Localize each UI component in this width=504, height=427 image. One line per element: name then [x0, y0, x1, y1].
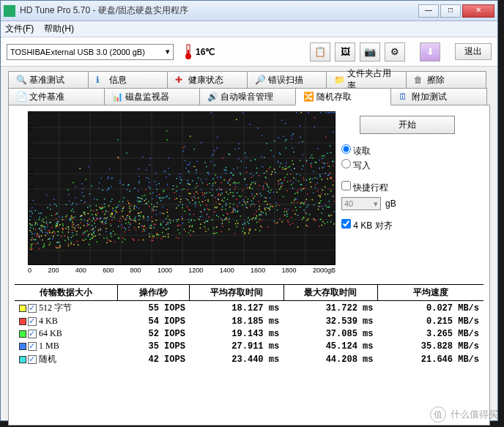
tab2-4[interactable]: 🗓附加测试 [390, 88, 487, 105]
checkbox-4kb-align[interactable]: 4 KB 对齐 [341, 219, 473, 232]
svg-rect-636 [223, 215, 223, 215]
menu-file[interactable]: 文件(F) [5, 23, 34, 35]
title-bar[interactable]: HD Tune Pro 5.70 - 硬盘/固态硬盘实用程序 — □ ✕ [1, 1, 497, 21]
tab-2[interactable]: ✚健康状态 [167, 71, 248, 89]
svg-rect-833 [322, 206, 322, 207]
svg-rect-648 [297, 193, 298, 193]
tab2-1[interactable]: 📊磁盘监视器 [104, 88, 201, 105]
svg-rect-1199 [226, 205, 226, 206]
copy-info-button[interactable]: 📋 [310, 42, 330, 62]
screenshot-button[interactable]: 🖼 [335, 42, 355, 62]
svg-rect-123 [202, 201, 203, 202]
svg-rect-1181 [245, 152, 245, 153]
svg-rect-256 [144, 200, 145, 201]
short-stroke-value[interactable]: 40▾ [341, 197, 381, 210]
svg-rect-213 [53, 231, 54, 232]
svg-rect-104 [83, 240, 84, 240]
svg-rect-584 [248, 217, 248, 218]
close-button[interactable]: ✕ [462, 4, 494, 18]
drive-select[interactable]: TOSHIBAExternal USB 3.0 (2000 gB) ▾ [7, 44, 174, 60]
svg-rect-488 [188, 189, 188, 190]
svg-rect-723 [42, 218, 43, 219]
svg-rect-368 [246, 171, 247, 172]
save-button[interactable]: ⬇ [420, 42, 440, 62]
svg-rect-1017 [242, 199, 243, 200]
radio-write[interactable]: 写入 [341, 159, 473, 172]
tab2-0[interactable]: 📄文件基准 [8, 88, 105, 105]
svg-rect-297 [73, 226, 74, 227]
svg-rect-160 [179, 201, 180, 202]
svg-rect-935 [240, 172, 240, 173]
svg-rect-1313 [178, 205, 179, 206]
svg-rect-769 [228, 193, 229, 194]
svg-rect-1192 [105, 220, 106, 221]
svg-rect-861 [239, 148, 240, 149]
svg-rect-408 [156, 233, 157, 234]
svg-rect-525 [245, 196, 246, 197]
svg-rect-426 [174, 192, 174, 193]
svg-rect-1086 [207, 220, 208, 221]
tab-3[interactable]: 🔎错误扫描 [247, 71, 327, 89]
svg-rect-1295 [233, 175, 234, 176]
svg-rect-184 [226, 192, 226, 193]
svg-rect-792 [38, 219, 39, 220]
svg-rect-175 [333, 223, 334, 224]
checkbox-short-stroke[interactable]: 快捷行程 [341, 181, 473, 194]
svg-rect-371 [138, 212, 139, 213]
svg-rect-370 [130, 212, 130, 213]
tab-1[interactable]: ℹ信息 [88, 71, 168, 89]
svg-rect-1196 [62, 217, 63, 218]
start-button[interactable]: 开始 [360, 116, 455, 134]
svg-rect-56 [154, 236, 155, 237]
svg-rect-40 [32, 244, 32, 245]
svg-rect-966 [40, 230, 41, 231]
svg-rect-263 [330, 215, 331, 215]
tab-5[interactable]: 🗑擦除 [406, 71, 486, 89]
row-checkbox[interactable] [28, 355, 37, 364]
svg-rect-1183 [319, 176, 320, 177]
tab-4[interactable]: 📁文件夹占用率 [326, 71, 407, 89]
svg-rect-1059 [278, 161, 278, 162]
svg-rect-1046 [225, 173, 226, 174]
maximize-button[interactable]: □ [440, 4, 461, 18]
svg-rect-223 [204, 193, 205, 193]
svg-rect-1137 [214, 165, 215, 166]
tab-icon: 📁 [334, 75, 344, 85]
svg-rect-1270 [188, 180, 188, 181]
svg-rect-958 [115, 214, 116, 215]
tab-bar-2: 📄文件基准📊磁盘监视器🔊自动噪音管理🔀随机存取🗓附加测试 [8, 88, 490, 105]
settings-button[interactable]: ⚙ [385, 42, 405, 62]
svg-rect-1089 [302, 141, 303, 141]
svg-rect-409 [155, 224, 155, 225]
svg-rect-566 [319, 202, 320, 203]
row-checkbox[interactable] [28, 317, 37, 326]
tab2-2[interactable]: 🔊自动噪音管理 [199, 88, 296, 105]
svg-rect-304 [261, 215, 262, 215]
svg-rect-542 [55, 233, 56, 234]
camera-button[interactable]: 📷 [360, 42, 380, 62]
menu-help[interactable]: 帮助(H) [44, 23, 74, 35]
svg-rect-874 [182, 223, 183, 223]
svg-rect-91 [335, 163, 336, 163]
tab-0[interactable]: 🔍基准测试 [8, 71, 89, 89]
radio-read[interactable]: 读取 [341, 144, 473, 157]
svg-rect-86 [149, 236, 149, 237]
row-checkbox[interactable] [28, 342, 37, 351]
svg-rect-1254 [202, 182, 203, 183]
row-checkbox[interactable] [28, 330, 37, 338]
exit-button[interactable]: 退出 [455, 43, 492, 60]
svg-rect-243 [207, 199, 208, 200]
svg-rect-1037 [121, 225, 122, 226]
svg-rect-35 [219, 204, 220, 204]
minimize-button[interactable]: — [418, 4, 439, 18]
row-checkbox[interactable] [28, 304, 37, 313]
svg-rect-1167 [118, 226, 119, 227]
svg-rect-619 [282, 167, 283, 168]
svg-rect-662 [100, 221, 101, 222]
tab2-3[interactable]: 🔀随机存取 [295, 88, 392, 105]
col-header: 传输数据大小 [15, 285, 117, 301]
svg-rect-1312 [319, 174, 320, 175]
svg-rect-42 [189, 226, 190, 226]
svg-rect-345 [56, 226, 57, 227]
svg-rect-773 [252, 188, 253, 189]
